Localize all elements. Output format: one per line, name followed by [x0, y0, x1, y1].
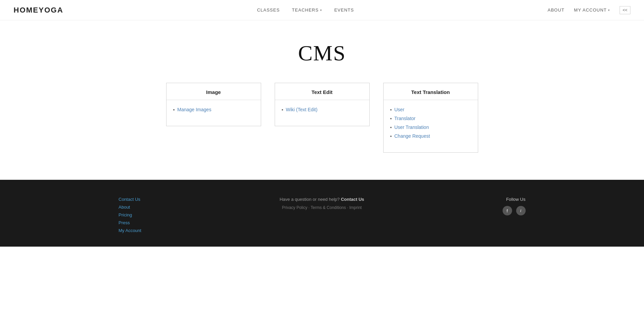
list-item: Wiki (Text Edit)	[282, 107, 363, 112]
list-item: User Translation	[390, 124, 471, 130]
list-item: Manage Images	[173, 107, 254, 112]
list-item: User	[390, 107, 471, 112]
card-image-list: Manage Images	[167, 107, 261, 112]
footer-contact-us-link[interactable]: Contact Us	[341, 197, 364, 202]
footer-link-pricing[interactable]: Pricing	[119, 212, 141, 217]
footer: Contact Us About Pricing Press My Accoun…	[0, 180, 644, 247]
social-icons: f i	[503, 206, 526, 215]
nav-logo[interactable]: HOMEYOGA	[14, 6, 63, 15]
footer-terms-link[interactable]: Terms & Conditions	[311, 205, 346, 210]
footer-right: Follow Us f i	[503, 197, 526, 215]
footer-left-links: Contact Us About Pricing Press My Accoun…	[119, 197, 141, 233]
card-text-translation: Text Translation User Translator User Tr…	[383, 83, 478, 153]
card-image-title: Image	[167, 83, 261, 100]
nav-center-links: CLASSES TEACHERS ▾ EVENTS	[257, 7, 354, 13]
footer-center: Have a question or need help? Contact Us…	[279, 197, 364, 210]
wiki-text-edit-link[interactable]: Wiki (Text Edit)	[286, 107, 317, 112]
nav-link-classes[interactable]: CLASSES	[257, 7, 280, 13]
nav-link-events[interactable]: EVENTS	[334, 7, 354, 13]
footer-inner: Contact Us About Pricing Press My Accoun…	[119, 197, 526, 233]
page-title: CMS	[132, 41, 512, 66]
facebook-icon[interactable]: f	[503, 206, 512, 215]
card-text-translation-list: User Translator User Translation Change …	[384, 107, 478, 139]
nav-toggle-button[interactable]: <<	[620, 6, 630, 14]
myaccount-chevron-icon: ▾	[608, 8, 610, 12]
nav-link-about[interactable]: ABOUT	[548, 7, 565, 13]
change-request-link[interactable]: Change Request	[394, 133, 430, 139]
user-link[interactable]: User	[394, 107, 405, 112]
card-text-edit-list: Wiki (Text Edit)	[275, 107, 369, 112]
card-image: Image Manage Images	[166, 83, 261, 126]
nav-right-links: ABOUT MY ACCOUNT ▾ <<	[548, 6, 630, 14]
list-item: Change Request	[390, 133, 471, 139]
card-text-edit: Text Edit Wiki (Text Edit)	[275, 83, 370, 126]
nav-link-teachers[interactable]: TEACHERS ▾	[292, 7, 322, 13]
manage-images-link[interactable]: Manage Images	[177, 107, 211, 112]
main-content: CMS Image Manage Images Text Edit Wiki (…	[119, 20, 526, 180]
translator-link[interactable]: Translator	[394, 116, 416, 121]
navbar: HOMEYOGA CLASSES TEACHERS ▾ EVENTS ABOUT…	[0, 0, 644, 20]
cards-row: Image Manage Images Text Edit Wiki (Text…	[132, 83, 512, 153]
user-translation-link[interactable]: User Translation	[394, 124, 429, 130]
footer-link-contact[interactable]: Contact Us	[119, 197, 141, 202]
nav-link-myaccount[interactable]: MY ACCOUNT ▾	[574, 7, 610, 13]
teachers-chevron-icon: ▾	[320, 8, 322, 12]
card-text-edit-title: Text Edit	[275, 83, 369, 100]
list-item: Translator	[390, 116, 471, 121]
footer-imprint-link[interactable]: Imprint	[349, 205, 362, 210]
footer-link-myaccount[interactable]: My Account	[119, 228, 141, 233]
follow-us-title: Follow Us	[503, 197, 526, 202]
footer-link-press[interactable]: Press	[119, 220, 141, 225]
footer-privacy-link[interactable]: Privacy Policy	[282, 205, 307, 210]
footer-link-about[interactable]: About	[119, 205, 141, 210]
card-text-translation-title: Text Translation	[384, 83, 478, 100]
footer-sub-links: Privacy Policy · Terms & Conditions · Im…	[279, 205, 364, 210]
instagram-icon[interactable]: i	[516, 206, 526, 215]
footer-help-text: Have a question or need help? Contact Us	[279, 197, 364, 202]
